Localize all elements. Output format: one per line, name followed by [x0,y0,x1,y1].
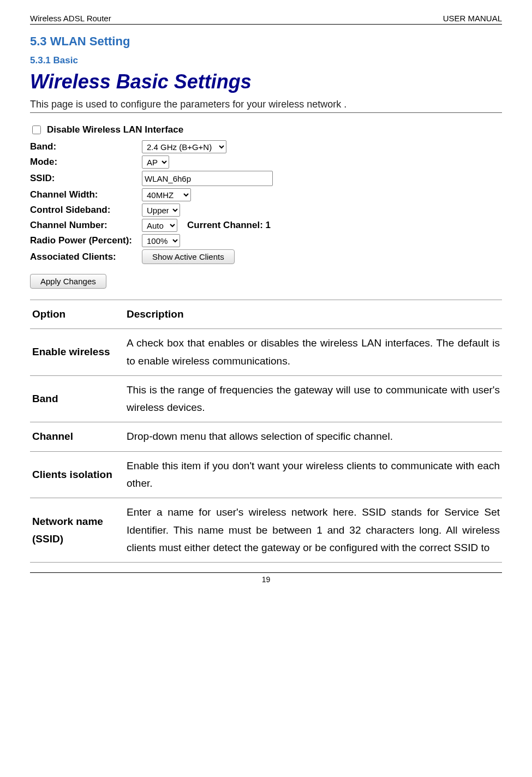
intro-text: This page is used to configure the param… [30,99,502,113]
channel-width-label: Channel Width: [30,189,142,200]
table-row: Enable wireless A check box that enables… [30,329,502,376]
show-active-clients-button[interactable]: Show Active Clients [142,249,235,264]
channel-number-label: Channel Number: [30,220,142,231]
disable-wireless-label: Disable Wireless LAN Interface [47,124,183,135]
header-right: USER MANUAL [443,14,502,23]
page-title: Wireless Basic Settings [30,70,502,93]
control-sideband-label: Control Sideband: [30,205,142,216]
opt-name: Clients isolation [30,451,124,498]
subsection-heading: 5.3.1 Basic [30,55,502,66]
apply-changes-button[interactable]: Apply Changes [30,274,106,289]
channel-width-select[interactable]: 40MHZ [142,188,191,201]
section-heading: 5.3 WLAN Setting [30,34,502,49]
opt-desc: Enable this item if you don't want your … [124,451,502,498]
page-header: Wireless ADSL Router USER MANUAL [30,14,502,25]
band-label: Band: [30,141,142,152]
opt-name: Band [30,375,124,422]
th-description: Description [124,300,502,329]
mode-select[interactable]: AP [142,156,169,169]
table-row: Channel Drop-down menu that allows selec… [30,422,502,451]
opt-name: Enable wireless [30,329,124,376]
opt-desc: Enter a name for user's wireless network… [124,498,502,563]
current-channel-label: Current Channel: 1 [187,220,271,231]
table-row: Network name (SSID) Enter a name for use… [30,498,502,563]
page-number: 19 [30,575,502,584]
table-header-row: Option Description [30,300,502,329]
ssid-input[interactable] [142,171,273,186]
radio-power-label: Radio Power (Percent): [30,235,142,246]
footer-divider [30,572,502,573]
control-sideband-select[interactable]: Upper [142,204,180,217]
settings-form: Disable Wireless LAN Interface Band: 2.4… [30,124,502,289]
channel-number-select[interactable]: Auto [142,219,177,232]
opt-name: Channel [30,422,124,451]
mode-label: Mode: [30,157,142,168]
radio-power-select[interactable]: 100% [142,234,180,247]
table-row: Clients isolation Enable this item if yo… [30,451,502,498]
ssid-label: SSID: [30,173,142,184]
opt-desc: This is the range of frequencies the gat… [124,375,502,422]
opt-name: Network name (SSID) [30,498,124,563]
table-row: Band This is the range of frequencies th… [30,375,502,422]
header-left: Wireless ADSL Router [30,14,111,23]
options-table: Option Description Enable wireless A che… [30,300,502,563]
opt-desc: Drop-down menu that allows selection of … [124,422,502,451]
opt-desc: A check box that enables or disables the… [124,329,502,376]
disable-wireless-checkbox[interactable] [32,125,41,134]
associated-clients-label: Associated Clients: [30,252,142,262]
th-option: Option [30,300,124,329]
band-select[interactable]: 2.4 GHz (B+G+N) [142,140,226,153]
